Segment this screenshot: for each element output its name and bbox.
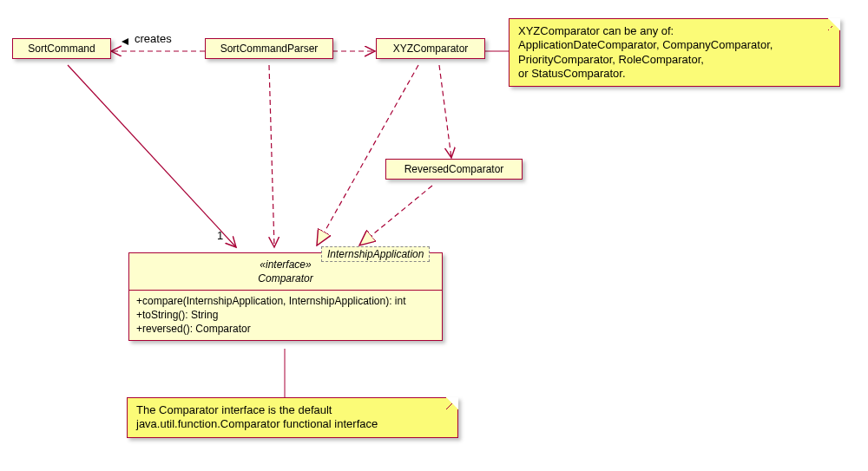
class-reversedcomparator-name: ReversedComparator [404, 163, 504, 175]
class-sortcommand-name: SortCommand [28, 43, 95, 55]
class-sortcommandparser: SortCommandParser [205, 38, 333, 59]
class-reversedcomparator: ReversedComparator [385, 159, 523, 180]
label-creates: creates [135, 32, 172, 45]
note-comparator-text: The Comparator interface is the default … [136, 403, 449, 432]
svg-line-4 [269, 65, 274, 247]
class-xyzcomparator: XYZComparator [376, 38, 485, 59]
class-sortcommandparser-name: SortCommandParser [220, 43, 319, 55]
interface-op: +compare(InternshipApplication, Internsh… [136, 294, 435, 308]
note-comparator: The Comparator interface is the default … [127, 397, 458, 438]
label-multiplicity-one: 1 [217, 229, 223, 242]
interface-op: +toString(): String [136, 308, 435, 322]
svg-line-6 [439, 65, 451, 158]
note-xyzcomparator: XYZComparator can be any of: Application… [509, 18, 840, 87]
interface-comparator: «interface» Comparator +compare(Internsh… [128, 252, 443, 341]
interface-op: +reversed(): Comparator [136, 322, 435, 336]
svg-line-7 [359, 186, 432, 245]
note-xyzcomparator-text: XYZComparator can be any of: Application… [518, 24, 831, 81]
svg-line-5 [317, 65, 418, 245]
svg-line-3 [68, 65, 236, 247]
class-xyzcomparator-name: XYZComparator [393, 43, 469, 55]
class-sortcommand: SortCommand [12, 38, 111, 59]
interface-template-param: InternshipApplication [321, 246, 430, 262]
interface-name: Comparator [129, 272, 442, 290]
